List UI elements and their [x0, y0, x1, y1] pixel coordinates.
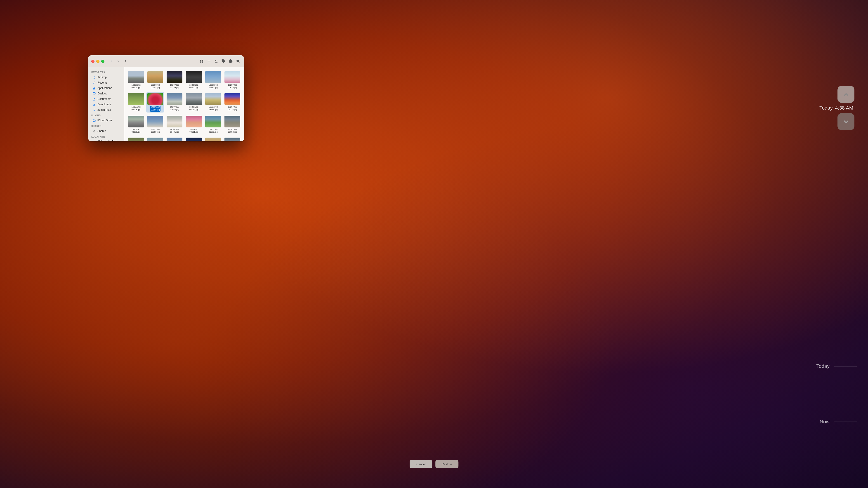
toolbar-view-controls	[198, 58, 241, 64]
file-item[interactable]: 16207362 03571.jpg	[204, 115, 222, 134]
sidebar-shared-label: Shared	[97, 129, 106, 133]
sidebar-item-desktop[interactable]: Desktop	[89, 91, 123, 96]
svg-rect-3	[202, 61, 203, 63]
svg-rect-2	[200, 61, 202, 63]
file-item[interactable]: 16207362 02986.jpg	[146, 92, 164, 112]
sidebar-item-aleksandrs-mac-mini[interactable]: Aleksandr's Mac mini	[89, 139, 123, 141]
file-item[interactable]: 16207362 03941.jpg	[166, 137, 184, 141]
svg-point-21	[93, 131, 94, 131]
toolbar-share-button[interactable]	[213, 58, 219, 64]
file-grid: 16207362 02203.jpg16207362 02004.jpg1620…	[127, 70, 241, 141]
file-item[interactable]: 16207362 03521.jpg	[185, 115, 203, 134]
file-thumbnail	[166, 93, 182, 105]
sidebar-item-admin-mac[interactable]: admin-mac	[89, 107, 123, 112]
sidebar-item-icloud-drive[interactable]: iCloud Drive	[89, 118, 123, 123]
file-item[interactable]: 16207362 03286.jpg	[127, 115, 145, 134]
timeline-now: Now	[819, 419, 868, 425]
file-name: 16207362 03385.jpg	[151, 128, 160, 133]
file-item[interactable]: 16207362 02612.jpg	[223, 70, 241, 90]
file-item[interactable]: 16207362 03124.jpg	[185, 92, 203, 112]
toolbar-search-button[interactable]	[235, 58, 241, 64]
sidebar-item-airdrop[interactable]: AirDrop	[89, 74, 123, 80]
svg-line-23	[94, 131, 94, 132]
notification-scroll-down-button[interactable]	[837, 113, 855, 130]
file-name: 16207362 02004.jpg	[151, 84, 160, 89]
timeline-today-line	[834, 366, 857, 366]
notification-scroll-up-button[interactable]	[837, 86, 855, 103]
file-thumb-inner	[128, 138, 144, 141]
file-item[interactable]: 16207362 03682.jpg	[223, 115, 241, 134]
finder-window: 1	[88, 55, 244, 141]
file-thumbnail	[186, 71, 202, 83]
file-item[interactable]: 16207362 02203.jpg	[127, 70, 145, 90]
window-maximize-button[interactable]	[101, 60, 104, 63]
file-item[interactable]: 16207362 02429.jpg	[166, 70, 184, 90]
file-name: 16207362 03571.jpg	[209, 128, 218, 133]
file-thumb-inner	[166, 138, 182, 141]
file-name: 16207362 03682.jpg	[228, 128, 237, 133]
window-controls	[91, 60, 104, 63]
file-item[interactable]: 16207362 02502.jpg	[185, 70, 203, 90]
svg-rect-14	[93, 88, 94, 89]
file-name: 16207362 02502.jpg	[189, 84, 198, 89]
file-name: 16207362 02986.jpg	[150, 106, 160, 111]
file-name: 16207362 03048.jpg	[170, 106, 179, 111]
file-item[interactable]: 16207362 04128.jpg	[204, 137, 222, 141]
toolbar-back-button[interactable]	[108, 58, 114, 64]
file-name: 16207362 02908.jpg	[131, 106, 141, 111]
restore-button[interactable]: Restore	[435, 460, 458, 468]
sidebar-downloads-label: Downloads	[97, 103, 111, 106]
file-name: 16207362 03236.jpg	[228, 106, 237, 111]
file-item[interactable]: 16207362 03805.jpg	[146, 137, 164, 141]
file-thumbnail	[166, 71, 182, 83]
file-item[interactable]: 16207362 03481.jpg	[166, 115, 184, 134]
file-item[interactable]: 16207362 04012.jpg	[185, 137, 203, 141]
svg-rect-0	[200, 60, 202, 61]
file-thumb-inner	[186, 93, 202, 105]
file-thumbnail	[186, 116, 202, 127]
file-thumb-inner	[224, 71, 240, 83]
file-thumb-inner	[205, 71, 221, 83]
svg-rect-15	[94, 88, 95, 89]
file-item[interactable]: 16207362 03721.jpg	[127, 137, 145, 141]
sidebar-item-recents[interactable]: Recents	[89, 80, 123, 86]
sidebar-item-shared[interactable]: Shared	[89, 128, 123, 134]
file-thumb-inner	[224, 138, 240, 141]
file-item[interactable]: 16207362 04205.jpg	[223, 137, 241, 141]
finder-sidebar: Favorites AirDrop Recents	[88, 67, 124, 141]
toolbar-view-options-button[interactable]	[206, 58, 212, 64]
cancel-button[interactable]: Cancel	[410, 460, 432, 468]
shared-icon	[92, 129, 96, 133]
file-item[interactable]: 16207362 03169.jpg	[204, 92, 222, 112]
file-item[interactable]: 16207362 03048.jpg	[166, 92, 184, 112]
toolbar-grid-view-button[interactable]	[198, 58, 205, 64]
toolbar-action-button[interactable]	[227, 58, 234, 64]
file-thumb-inner	[166, 71, 182, 83]
sidebar-airdrop-label: AirDrop	[97, 76, 107, 79]
sidebar-item-downloads[interactable]: Downloads	[89, 102, 123, 107]
toolbar-tag-button[interactable]	[220, 58, 226, 64]
toolbar-forward-button[interactable]	[115, 58, 121, 64]
file-item[interactable]: 16207362 02908.jpg	[127, 92, 145, 112]
sidebar-item-applications[interactable]: Applications	[89, 86, 123, 91]
svg-rect-13	[94, 87, 95, 88]
svg-point-9	[237, 60, 239, 62]
file-name: 16207362 03286.jpg	[131, 128, 141, 133]
file-thumb-inner	[224, 116, 240, 127]
downloads-icon	[92, 103, 96, 106]
window-close-button[interactable]	[91, 60, 94, 63]
file-thumbnail	[147, 116, 163, 127]
finder-content-area[interactable]: 16207362 02203.jpg16207362 02004.jpg1620…	[124, 67, 244, 141]
window-minimize-button[interactable]	[96, 60, 99, 63]
file-thumb-inner	[166, 93, 182, 105]
file-thumbnail	[147, 138, 163, 141]
file-item[interactable]: 16207362 02004.jpg	[146, 70, 164, 90]
file-thumbnail	[128, 116, 144, 127]
svg-line-24	[94, 130, 94, 131]
file-name: 16207362 02612.jpg	[228, 84, 237, 89]
home-icon	[92, 108, 96, 111]
sidebar-item-documents[interactable]: Documents	[89, 96, 123, 102]
file-item[interactable]: 16207362 03385.jpg	[146, 115, 164, 134]
file-item[interactable]: 16207362 02561.jpg	[204, 70, 222, 90]
file-item[interactable]: 16207362 03236.jpg	[223, 92, 241, 112]
